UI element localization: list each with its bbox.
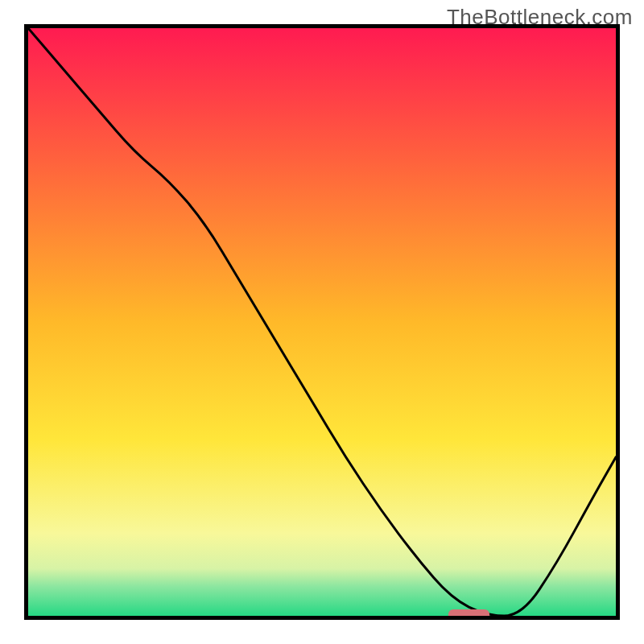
plot-area (24, 24, 620, 620)
bottleneck-chart: TheBottleneck.com (0, 0, 644, 644)
gradient-background (28, 28, 616, 616)
watermark-label: TheBottleneck.com (447, 5, 633, 30)
optimal-indicator (448, 609, 489, 616)
plot-svg (28, 28, 616, 616)
